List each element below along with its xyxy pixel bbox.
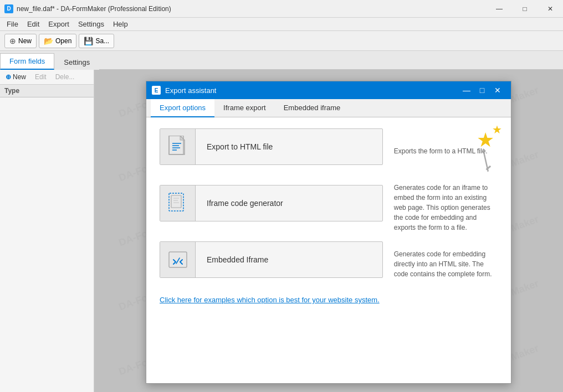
dialog-content: ★ ★ ╱ ▬ xyxy=(146,117,511,383)
menu-settings[interactable]: Settings xyxy=(74,19,109,29)
dialog-tab-iframe-export[interactable]: Iframe export xyxy=(214,99,275,117)
svg-rect-6 xyxy=(171,195,181,208)
new-label: New xyxy=(18,37,32,45)
sidebar-new-button[interactable]: ⊕ New xyxy=(2,72,29,82)
sidebar: ⊕ New Edit Dele... Type xyxy=(0,70,94,392)
menu-help[interactable]: Help xyxy=(109,19,132,29)
export-embedded-label: Embedded Iframe xyxy=(196,255,279,264)
tab-settings[interactable]: Settings xyxy=(54,54,99,70)
menu-edit[interactable]: Edit xyxy=(23,19,44,29)
sidebar-delete-label: Dele... xyxy=(55,73,75,81)
sidebar-edit-button: Edit xyxy=(32,72,50,82)
menu-file[interactable]: File xyxy=(2,19,23,29)
close-button[interactable]: ✕ xyxy=(538,0,563,18)
menu-bar: File Edit Export Settings Help xyxy=(0,18,563,31)
help-link[interactable]: Click here for examples which option is … xyxy=(160,296,498,304)
open-label: Open xyxy=(55,37,71,45)
app-body: ⊕ New Edit Dele... Type DA-FormMakerDA-F… xyxy=(0,70,563,392)
sidebar-toolbar: ⊕ New Edit Dele... xyxy=(0,70,94,85)
dialog-minimize-button[interactable]: — xyxy=(459,82,474,98)
dialog-maximize-button[interactable]: □ xyxy=(474,82,490,98)
main-area: DA-FormMakerDA-FormMakerDA-FormMakerDA-F… xyxy=(94,70,563,392)
dialog-title: Export assistant xyxy=(165,86,454,95)
minimize-button[interactable]: — xyxy=(487,0,512,18)
tab-form-fields[interactable]: Form fields xyxy=(0,53,54,70)
open-button[interactable]: 📂 Open xyxy=(39,34,76,48)
iframe-file-icon xyxy=(168,192,188,214)
export-option-row-1: Export to HTML file Exports the form to … xyxy=(160,128,498,174)
window-controls: — □ ✕ xyxy=(487,0,563,18)
save-label: Sa... xyxy=(95,37,109,45)
iframe-icon-box xyxy=(160,185,196,221)
embed-code-icon xyxy=(168,250,188,270)
main-tab-bar: Form fields Settings xyxy=(0,51,563,70)
sidebar-delete-button: Dele... xyxy=(52,72,78,82)
main-toolbar: ⊕ New 📂 Open 💾 Sa... xyxy=(0,31,563,51)
window-title: new_file.daf* - DA-FormMaker (Profession… xyxy=(17,5,171,13)
dialog-tab-embedded-iframe[interactable]: Embedded iframe xyxy=(275,99,350,117)
maximize-button[interactable]: □ xyxy=(512,0,538,18)
export-iframe-option[interactable]: Iframe code generator xyxy=(160,185,383,221)
export-embedded-option[interactable]: Embedded Iframe xyxy=(160,241,383,278)
sidebar-new-label: New xyxy=(13,73,26,81)
export-iframe-description: Generates code for an iframe to embed th… xyxy=(394,183,498,233)
new-button[interactable]: ⊕ New xyxy=(4,34,37,48)
dialog-controls: — □ ✕ xyxy=(459,82,505,98)
export-embedded-description: Generates code for embedding directly in… xyxy=(394,249,498,279)
sidebar-edit-label: Edit xyxy=(35,73,47,81)
save-icon: 💾 xyxy=(84,37,93,45)
export-iframe-label: Iframe code generator xyxy=(196,199,294,208)
export-html-label: Export to HTML file xyxy=(196,142,284,151)
title-bar: D new_file.daf* - DA-FormMaker (Professi… xyxy=(0,0,563,18)
export-dialog: E Export assistant — □ ✕ Export options … xyxy=(146,81,511,384)
export-option-row-3: Embedded Iframe Generates code for embed… xyxy=(160,241,498,287)
embed-icon-box xyxy=(160,242,196,277)
html-file-icon xyxy=(168,136,188,158)
html-file-icon-box xyxy=(160,129,196,164)
dialog-icon: E xyxy=(152,86,161,95)
new-icon: ⊕ xyxy=(9,37,16,45)
plus-icon: ⊕ xyxy=(6,73,11,81)
sidebar-column-type: Type xyxy=(0,85,94,97)
modal-overlay: E Export assistant — □ ✕ Export options … xyxy=(94,70,563,392)
dialog-tab-bar: Export options Iframe export Embedded if… xyxy=(146,99,511,117)
star-small-icon: ★ xyxy=(492,123,502,136)
export-option-row-2: Iframe code generator Generates code for… xyxy=(160,183,498,233)
menu-export[interactable]: Export xyxy=(44,19,74,29)
export-html-option[interactable]: Export to HTML file xyxy=(160,128,383,165)
save-button[interactable]: 💾 Sa... xyxy=(79,34,114,48)
dialog-tab-export-options[interactable]: Export options xyxy=(151,99,214,117)
decoration-star-wand: ★ ★ ╱ ▬ xyxy=(477,128,494,170)
svg-rect-10 xyxy=(169,252,187,267)
app-icon: D xyxy=(4,4,13,13)
dialog-title-bar: E Export assistant — □ ✕ xyxy=(146,81,511,99)
dialog-close-button[interactable]: ✕ xyxy=(490,82,505,98)
open-icon: 📂 xyxy=(44,37,53,45)
